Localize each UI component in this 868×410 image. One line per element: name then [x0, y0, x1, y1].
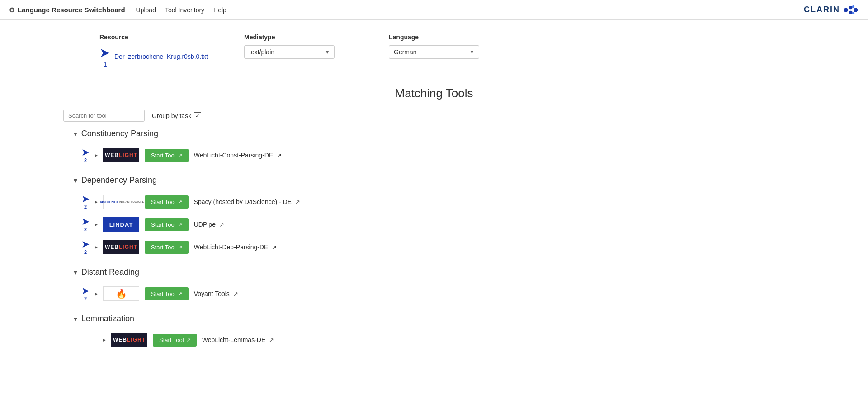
start-tool-ext-icon-3-0: ↗ — [186, 337, 190, 343]
nav-tool-inventory[interactable]: Tool Inventory — [165, 6, 204, 14]
mediatype-select-wrapper: text/plain ▼ — [244, 45, 335, 59]
tool-name-link-2-0[interactable]: Voyant Tools — [194, 290, 230, 297]
tool-step-num-1-2: 2 — [84, 249, 87, 255]
tool-arrow-wrapper-0-0: ➤ 2 — [81, 148, 90, 163]
tool-step-num-1-0: 2 — [84, 204, 87, 210]
start-tool-button-0-0[interactable]: Start Tool ↗ — [145, 149, 189, 162]
task-group-name-3: Lemmatization — [81, 314, 134, 324]
expand-icon-3-0[interactable]: ▸ — [103, 337, 106, 343]
collapse-icon-0[interactable]: ▼ — [72, 130, 79, 138]
group-by-task-label: Group by task — [152, 112, 191, 119]
tool-name-3-0: WebLicht-Lemmas-DE ↗ — [202, 336, 274, 343]
expand-icon-1-2[interactable]: ▸ — [95, 244, 98, 250]
mediatype-col: Mediatype text/plain ▼ — [244, 33, 362, 59]
tool-row-1-1: ➤ 2 ▸ LINDAT Start Tool ↗ UDPipe ↗ — [45, 213, 823, 236]
tool-name-1-0: Spacy (hosted by D4Science) - DE ↗ — [194, 198, 300, 205]
start-tool-ext-icon-2-0: ↗ — [178, 291, 182, 297]
clarin-dots-icon — [843, 5, 859, 15]
expand-icon-0-0[interactable]: ▸ — [95, 152, 98, 158]
weblight-logo: WEBLIGHT — [111, 333, 147, 347]
mediatype-label: Mediatype — [244, 33, 362, 41]
voyant-logo: 🔥 — [103, 286, 139, 301]
svg-point-2 — [849, 10, 852, 14]
resource-arrow-icon: ➤ — [99, 45, 110, 60]
tool-name-link-1-2[interactable]: WebLicht-Dep-Parsing-DE — [194, 243, 269, 251]
matching-title: Matching Tools — [45, 86, 823, 100]
tool-name-2-0: Voyant Tools ↗ — [194, 290, 238, 297]
tool-row-0-0: ➤ 2 ▸ WEBLIGHT Start Tool ↗ WebLicht-Con… — [45, 144, 823, 167]
main-nav: Upload Tool Inventory Help — [136, 6, 226, 14]
tool-arrow-icon-1-1: ➤ — [81, 217, 90, 227]
tool-arrow-icon-2-0: ➤ — [81, 286, 90, 296]
start-tool-ext-icon-1-2: ↗ — [178, 244, 182, 250]
search-input[interactable] — [63, 110, 145, 122]
search-filter-row: Group by task ✓ — [45, 110, 823, 122]
tool-name-link-1-0[interactable]: Spacy (hosted by D4Science) - DE — [194, 198, 292, 205]
tool-arrow-icon-0-0: ➤ — [81, 148, 90, 157]
expand-icon-1-0[interactable]: ▸ — [95, 199, 98, 205]
resource-grid: Resource ➤ 1 Der_zerbrochene_Krug.r0sb.0… — [99, 33, 769, 68]
tool-external-link-icon-1-1: ↗ — [219, 221, 224, 228]
collapse-icon-2[interactable]: ▼ — [72, 269, 79, 276]
header-left: ⚙ Language Resource Switchboard Upload T… — [9, 6, 226, 14]
tool-arrow-wrapper-1-2: ➤ 2 — [81, 239, 90, 255]
expand-icon-2-0[interactable]: ▸ — [95, 291, 98, 297]
app-title: ⚙ Language Resource Switchboard — [9, 6, 125, 14]
language-col: Language German ▼ — [389, 33, 506, 59]
svg-point-1 — [849, 6, 852, 9]
task-group-3: ▼Lemmatization ▸ WEBLIGHT Start Tool ↗ W… — [45, 314, 823, 351]
svg-point-4 — [852, 5, 854, 8]
group-by-task-control: Group by task ✓ — [152, 112, 201, 119]
collapse-icon-3[interactable]: ▼ — [72, 315, 79, 323]
start-tool-button-1-2[interactable]: Start Tool ↗ — [145, 241, 189, 254]
tool-external-link-icon-3-0: ↗ — [269, 337, 274, 343]
resource-col: Resource ➤ 1 Der_zerbrochene_Krug.r0sb.0… — [99, 33, 217, 68]
task-group-header-2: ▼Distant Reading — [45, 267, 823, 277]
tool-name-link-0-0[interactable]: WebLicht-Const-Parsing-DE — [194, 152, 274, 159]
task-group-1: ▼Dependency Parsing ➤ 2 ▸ D4SCIENCE INFR… — [45, 176, 823, 258]
tool-arrow-wrapper-1-1: ➤ 2 — [81, 217, 90, 232]
gear-icon: ⚙ — [9, 6, 15, 14]
nav-upload[interactable]: Upload — [136, 6, 156, 14]
tool-name-link-3-0[interactable]: WebLicht-Lemmas-DE — [202, 336, 266, 343]
task-group-2: ▼Distant Reading ➤ 2 ▸ 🔥 Start Tool ↗ Vo… — [45, 267, 823, 305]
start-tool-button-1-1[interactable]: Start Tool ↗ — [145, 218, 189, 231]
main-content: Resource ➤ 1 Der_zerbrochene_Krug.r0sb.0… — [0, 20, 868, 410]
tool-name-1-2: WebLicht-Dep-Parsing-DE ↗ — [194, 243, 277, 251]
clarin-logo: CLARIN — [804, 5, 859, 15]
tool-name-link-1-1[interactable]: UDPipe — [194, 221, 216, 228]
lindat-logo: LINDAT — [103, 217, 139, 232]
resource-file-link[interactable]: Der_zerbrochene_Krug.r0sb.0.txt — [114, 53, 208, 60]
collapse-icon-1[interactable]: ▼ — [72, 177, 79, 184]
header: ⚙ Language Resource Switchboard Upload T… — [0, 0, 868, 20]
tool-external-link-icon-1-2: ↗ — [272, 244, 277, 251]
language-select-wrapper: German ▼ — [389, 45, 479, 59]
start-tool-ext-icon-1-0: ↗ — [178, 199, 182, 205]
tool-external-link-icon-0-0: ↗ — [277, 152, 282, 159]
tool-step-num-2-0: 2 — [84, 296, 87, 301]
start-tool-button-1-0[interactable]: Start Tool ↗ — [145, 195, 189, 209]
svg-point-3 — [854, 8, 858, 12]
task-group-name-1: Dependency Parsing — [81, 176, 157, 185]
start-tool-button-2-0[interactable]: Start Tool ↗ — [145, 287, 189, 300]
resource-step-num: 1 — [104, 61, 107, 68]
start-tool-button-3-0[interactable]: Start Tool ↗ — [153, 334, 197, 347]
resource-section: Resource ➤ 1 Der_zerbrochene_Krug.r0sb.0… — [0, 20, 868, 77]
task-group-name-0: Constituency Parsing — [81, 129, 158, 138]
mediatype-select[interactable]: text/plain — [244, 45, 335, 59]
d4science-logo: D4SCIENCE INFRASTRUCTURE — [103, 195, 139, 209]
expand-icon-1-1[interactable]: ▸ — [95, 221, 98, 228]
tool-name-0-0: WebLicht-Const-Parsing-DE ↗ — [194, 152, 282, 159]
svg-point-5 — [852, 12, 854, 14]
tool-step-num-1-1: 2 — [84, 227, 87, 232]
start-tool-ext-icon-1-1: ↗ — [178, 222, 182, 228]
tool-row-3-0: ▸ WEBLIGHT Start Tool ↗ WebLicht-Lemmas-… — [45, 329, 823, 351]
weblight-logo: WEBLIGHT — [103, 148, 139, 162]
language-select[interactable]: German — [389, 45, 479, 59]
nav-help[interactable]: Help — [213, 6, 226, 14]
task-group-header-0: ▼Constituency Parsing — [45, 129, 823, 138]
resource-file: ➤ 1 Der_zerbrochene_Krug.r0sb.0.txt — [99, 45, 217, 68]
tool-external-link-icon-2-0: ↗ — [233, 291, 238, 297]
group-by-task-checkbox[interactable]: ✓ — [194, 112, 201, 119]
matching-tools-section: Matching Tools Group by task ✓ ▼Constitu… — [0, 77, 868, 378]
